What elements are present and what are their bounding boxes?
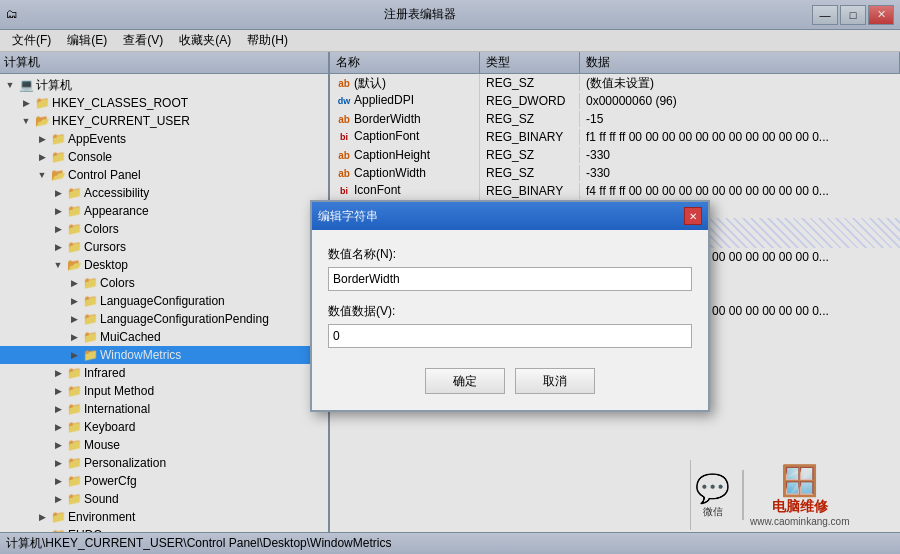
dialog-data-input[interactable] — [328, 324, 692, 348]
dialog-body: 数值名称(N): 数值数据(V): 确定 取消 — [312, 230, 708, 410]
dialog-name-input[interactable] — [328, 267, 692, 291]
dialog-name-label: 数值名称(N): — [328, 246, 692, 263]
dialog-close-button[interactable]: ✕ — [684, 207, 702, 225]
dialog-buttons: 确定 取消 — [328, 368, 692, 394]
dialog-title-text: 编辑字符串 — [318, 208, 378, 225]
dialog-title-bar: 编辑字符串 ✕ — [312, 202, 708, 230]
edit-string-dialog: 编辑字符串 ✕ 数值名称(N): 数值数据(V): 确定 取消 — [310, 200, 710, 412]
dialog-cancel-button[interactable]: 取消 — [515, 368, 595, 394]
dialog-data-label: 数值数据(V): — [328, 303, 692, 320]
dialog-overlay: 编辑字符串 ✕ 数值名称(N): 数值数据(V): 确定 取消 — [0, 0, 900, 554]
dialog-ok-button[interactable]: 确定 — [425, 368, 505, 394]
